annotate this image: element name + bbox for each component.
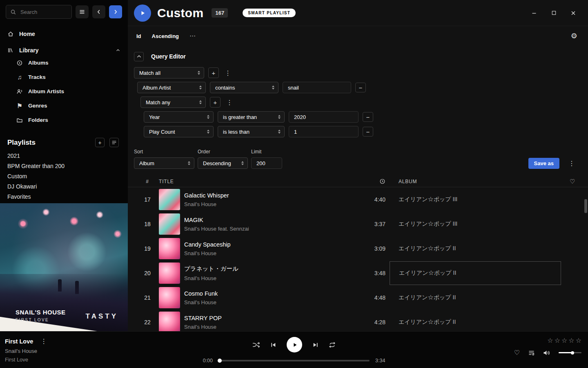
playlist-item[interactable]: Custom [0,171,128,181]
minimize-button[interactable] [530,9,538,17]
chevron-up-icon[interactable] [116,48,120,53]
search-input[interactable]: Search [6,5,72,19]
group-menu-icon[interactable]: ⋮ [223,69,233,77]
sidebar-item-albums[interactable]: Albums [0,56,128,70]
play-playlist-button[interactable] [134,4,151,22]
sidebar-item-folders[interactable]: Folders [0,113,128,127]
now-playing-artwork[interactable]: SNAIL'S HOUSE FIRST LOVE TASTY [0,203,128,331]
sidebar-item-home[interactable]: Home [0,29,128,39]
rule-operator-select[interactable]: is greater than [218,111,285,123]
seek-bar[interactable] [218,360,370,361]
table-row[interactable]: 18 MAGIK Snail's House feat. Sennzai 3:3… [128,212,588,236]
disc-icon [16,60,23,66]
rule-value-input[interactable]: 2020 [289,111,359,123]
order-group: Order Descending [198,149,248,169]
rule-field-select[interactable]: Album Artist [137,82,206,93]
rule-operator-select[interactable]: contains [210,82,278,93]
select-spinner-icon [241,161,244,165]
select-spinner-icon [207,115,209,119]
settings-gear-icon[interactable]: ⚙ [571,31,577,40]
shuffle-button[interactable] [252,342,260,348]
sidebar-item-tracks[interactable]: ♫ Tracks [0,70,128,84]
match-type-select[interactable]: Match any [140,96,206,108]
match-type-select[interactable]: Match all [134,67,204,79]
play-pause-button[interactable] [287,337,302,352]
star-icon[interactable]: ☆ [547,337,553,344]
import-playlist-button[interactable] [109,138,119,147]
star-icon[interactable]: ☆ [561,337,567,344]
sidebar-item-library[interactable]: Library [0,45,128,56]
now-playing-menu-icon[interactable]: ⋮ [39,337,49,345]
sidebar-item-album-artists[interactable]: Album Artists [0,84,128,99]
sort-select[interactable]: Album [134,157,194,169]
app-window: Search Home [0,0,588,368]
more-options-icon[interactable]: ⋯ [189,32,196,40]
add-playlist-button[interactable]: + [95,138,105,147]
rule-field-select[interactable]: Play Count [144,126,214,137]
sort-direction-button[interactable]: Ascending [152,33,179,39]
table-row[interactable]: 17 Galactic Whisper Snail's House 4:40 エ… [128,187,588,212]
table-row[interactable]: 20 プラネット・ガール Snail's House 3:48 エイリアン☆ポッ… [128,261,588,285]
star-icon[interactable]: ☆ [576,337,581,344]
scrollbar-thumb[interactable] [584,199,587,213]
sidebar-item-genres[interactable]: ⚑ Genres [0,99,128,113]
close-button[interactable] [569,9,577,17]
volume-slider[interactable] [559,352,581,353]
favorite-button[interactable]: ♡ [514,349,520,357]
previous-button[interactable] [270,342,276,348]
collapse-query-editor-button[interactable] [134,52,144,61]
playlists-header: Playlists + [0,138,128,147]
remove-rule-button[interactable]: − [363,112,373,122]
save-menu-icon[interactable]: ⋮ [567,159,577,167]
sidebar: Search Home [0,0,128,331]
column-favorite[interactable]: ♡ [561,178,584,185]
star-icon[interactable]: ☆ [568,337,574,344]
track-title: Cosmo Funk [184,290,357,297]
add-rule-button[interactable]: + [208,67,219,78]
limit-input[interactable]: 200 [251,157,282,169]
sort-group: Sort Album [134,149,194,169]
rule-value-input[interactable]: snail [283,82,351,93]
sort-label: Sort [134,149,194,155]
maximize-button[interactable] [550,9,558,17]
volume-knob[interactable] [571,351,574,355]
track-title-cell: Cosmo Funk Snail's House [184,290,357,305]
track-title-cell: プラネット・ガール Snail's House [184,265,357,281]
track-title: STARRY POP [184,315,357,321]
seek-knob[interactable] [218,359,222,363]
sort-field-button[interactable]: Id [136,33,141,39]
repeat-button[interactable] [329,342,336,348]
column-title[interactable]: TITLE [159,179,357,184]
volume-button[interactable] [543,350,550,356]
remove-rule-button[interactable]: − [355,83,366,92]
add-rule-button[interactable]: + [210,97,220,108]
maximize-icon [551,10,557,16]
forward-button[interactable] [109,5,122,18]
playlist-item[interactable]: Favorites [0,191,128,202]
table-row[interactable]: 19 Candy Spaceship Snail's House 3:09 エイ… [128,236,588,261]
column-album[interactable]: ALBUM [390,179,561,184]
rule-operator-select[interactable]: is less than [218,126,285,137]
remove-rule-button[interactable]: − [363,127,373,137]
group-menu-icon[interactable]: ⋮ [225,99,234,106]
table-row[interactable]: 22 STARRY POP Snail's House 4:28 エイリアン☆ポ… [128,310,588,331]
table-row[interactable]: 21 Cosmo Funk Snail's House 4:48 エイリアン☆ポ… [128,285,588,310]
chevron-right-icon [113,9,118,15]
playlist-item[interactable]: DJ Okawari [0,181,128,191]
queue-button[interactable] [528,350,535,356]
playlist-item[interactable]: BPM Greater than 200 [0,161,128,171]
menu-button[interactable] [76,5,89,18]
column-number[interactable]: # [136,179,159,184]
sidebar-item-label: Tracks [28,74,46,80]
star-icon[interactable]: ☆ [555,337,560,344]
next-button[interactable] [312,342,318,348]
playlist-item[interactable]: 2021 [0,150,128,161]
rating-stars[interactable]: ☆ ☆ ☆ ☆ ☆ [514,337,581,344]
order-select[interactable]: Descending [198,157,248,169]
back-button[interactable] [92,5,105,18]
rule-value-input[interactable]: 1 [289,126,359,137]
column-duration[interactable] [357,178,390,184]
total-time: 3:34 [375,358,389,364]
rule-field-select[interactable]: Year [144,111,214,123]
save-as-button[interactable]: Save as [528,158,559,169]
